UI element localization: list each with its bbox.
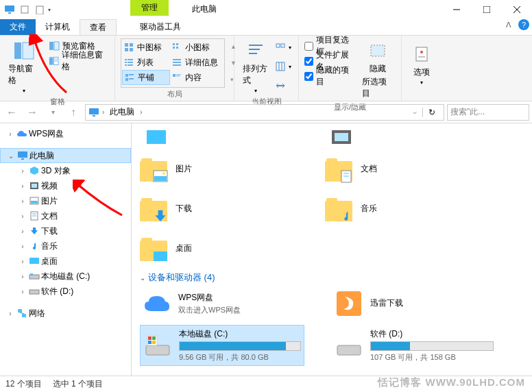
minimize-button[interactable] [442, 0, 472, 19]
svg-rect-22 [173, 47, 175, 49]
nav-pane-button[interactable]: 导航窗格 ▾ [5, 38, 42, 95]
view-medium-icons[interactable]: 中图标 [122, 40, 170, 55]
breadcrumb-separator[interactable]: › [102, 108, 104, 116]
maximize-button[interactable] [472, 0, 502, 19]
close-button[interactable] [502, 0, 532, 19]
tree-item-videos[interactable]: ›视频 [0, 178, 131, 193]
status-selected: 选中 1 个项目 [53, 378, 103, 390]
forward-button[interactable]: → [23, 103, 41, 121]
svg-rect-55 [18, 151, 27, 158]
address-dropdown[interactable]: ⌵ [407, 108, 422, 117]
svg-rect-43 [276, 44, 280, 47]
view-list[interactable]: 列表 [122, 55, 170, 70]
watermark: 恬记博客 WWW.90LHD.COM [378, 376, 525, 389]
group-by-button[interactable]: ▾ [274, 40, 293, 56]
tab-drive-tools[interactable]: 驱动器工具 [130, 19, 191, 35]
folder-music[interactable]: 音乐 [325, 191, 483, 226]
details-pane-button[interactable]: 详细信息窗格 [47, 53, 109, 69]
tree-item-downloads[interactable]: ›下载 [0, 223, 131, 238]
qat-item[interactable] [18, 3, 32, 16]
tab-computer[interactable]: 计算机 [36, 19, 80, 35]
folder-videos-partial[interactable] [140, 126, 298, 147]
document-icon [29, 210, 40, 221]
drive-xunlei[interactable]: 迅雷下载 [332, 286, 496, 321]
ribbon-collapse-icon[interactable]: ᐱ [506, 21, 511, 29]
svg-rect-88 [152, 336, 156, 340]
svg-rect-75 [335, 133, 348, 141]
svg-rect-90 [152, 341, 156, 344]
svg-rect-59 [32, 184, 37, 188]
folder-documents[interactable]: 文档 [325, 151, 483, 186]
svg-marker-65 [31, 228, 38, 234]
cloud-icon [16, 128, 27, 139]
tree-item-documents[interactable]: ›文档 [0, 208, 131, 223]
svg-rect-17 [130, 43, 133, 47]
tree-item-network[interactable]: ›网络 [0, 306, 131, 321]
breadcrumb-root[interactable]: 此电脑 [107, 106, 137, 118]
svg-rect-83 [154, 252, 167, 261]
options-button[interactable]: 选项 ▾ [407, 38, 436, 90]
tree-item-desktop[interactable]: ›桌面 [0, 254, 131, 269]
usage-bar [370, 341, 494, 351]
xunlei-icon [335, 289, 363, 318]
svg-point-78 [162, 172, 165, 175]
tree-item-this-pc[interactable]: ⌄ 此电脑 [0, 148, 131, 163]
navigation-pane: › WPS网盘 ⌄ 此电脑 ›3D 对象 ›视频 ›图片 ›文档 ›下载 ›音乐… [0, 123, 132, 376]
refresh-button[interactable]: ↻ [422, 108, 441, 117]
up-button[interactable]: ↑ [64, 103, 82, 121]
tree-item-pictures[interactable]: ›图片 [0, 193, 131, 208]
folder-partial-2[interactable] [325, 126, 483, 147]
tree-item-wps[interactable]: › WPS网盘 [0, 126, 131, 141]
hide-selected-button[interactable]: 隐藏 所选项目 [359, 38, 396, 101]
tree-item-drive-d[interactable]: ›软件 (D:) [0, 284, 131, 299]
qat-dropdown[interactable]: ▾ [48, 7, 51, 13]
view-details[interactable]: 详细信息 [170, 55, 223, 70]
svg-rect-3 [36, 6, 43, 14]
svg-rect-1 [8, 12, 11, 14]
tree-item-drive-c[interactable]: ›本地磁盘 (C:) [0, 269, 131, 284]
folder-downloads[interactable]: 下载 [140, 191, 298, 226]
contextual-tab-manage[interactable]: 管理 [130, 0, 169, 16]
sort-by-button[interactable]: 排列方式 ▾ [240, 38, 271, 95]
breadcrumb-separator[interactable]: › [140, 108, 142, 116]
back-button[interactable]: ← [3, 103, 21, 121]
folder-pictures[interactable]: 图片 [140, 151, 298, 186]
content-area: 图片 文档 下载 音乐 桌面 ⌄ 设备和驱动器 (4) [132, 123, 532, 376]
tree-item-3d[interactable]: ›3D 对象 [0, 163, 131, 178]
titlebar: ▾ 管理 此电脑 [0, 0, 532, 19]
tab-view[interactable]: 查看 [80, 19, 117, 35]
view-small-icons[interactable]: 小图标 [170, 40, 223, 55]
search-input[interactable]: 搜索"此... [447, 104, 529, 121]
drive-wps[interactable]: WPS网盘 双击进入WPS网盘 [140, 286, 304, 321]
tab-file[interactable]: 文件 [0, 19, 36, 35]
svg-rect-91 [337, 345, 361, 355]
view-tiles[interactable]: 平铺 [122, 70, 170, 85]
chevron-right-icon[interactable]: › [5, 129, 15, 138]
svg-rect-5 [483, 6, 490, 13]
chevron-down-icon[interactable]: ⌄ [6, 151, 16, 160]
tree-item-music[interactable]: ›音乐 [0, 238, 131, 254]
recent-button[interactable]: ▾ [44, 103, 62, 121]
svg-rect-50 [416, 47, 427, 61]
drive-icon [335, 331, 363, 360]
drive-d[interactable]: 软件 (D:) 107 GB 可用，共 158 GB [332, 325, 496, 366]
qat-item[interactable] [33, 3, 47, 16]
status-count: 12 个项目 [5, 378, 42, 390]
svg-rect-23 [176, 47, 178, 49]
folder-desktop[interactable]: 桌面 [140, 230, 298, 266]
address-input[interactable]: › 此电脑 › ⌵ ↻ [85, 104, 444, 121]
drive-c[interactable]: 本地磁盘 (C:) 9.56 GB 可用，共 80.0 GB [140, 325, 304, 366]
size-columns-button[interactable] [274, 78, 293, 93]
add-columns-button[interactable]: ▾ [274, 59, 293, 74]
svg-rect-19 [130, 48, 133, 51]
svg-rect-33 [125, 74, 128, 77]
pc-icon [17, 150, 28, 161]
help-icon[interactable]: ? [518, 19, 529, 30]
section-devices[interactable]: ⌄ 设备和驱动器 (4) [140, 266, 524, 286]
svg-rect-2 [21, 6, 28, 13]
svg-rect-66 [29, 258, 39, 264]
view-content[interactable]: 内容 [170, 70, 223, 85]
checkbox-hidden-items[interactable]: 隐藏的项目 [304, 69, 354, 84]
svg-rect-49 [371, 45, 385, 56]
svg-point-51 [420, 51, 423, 53]
